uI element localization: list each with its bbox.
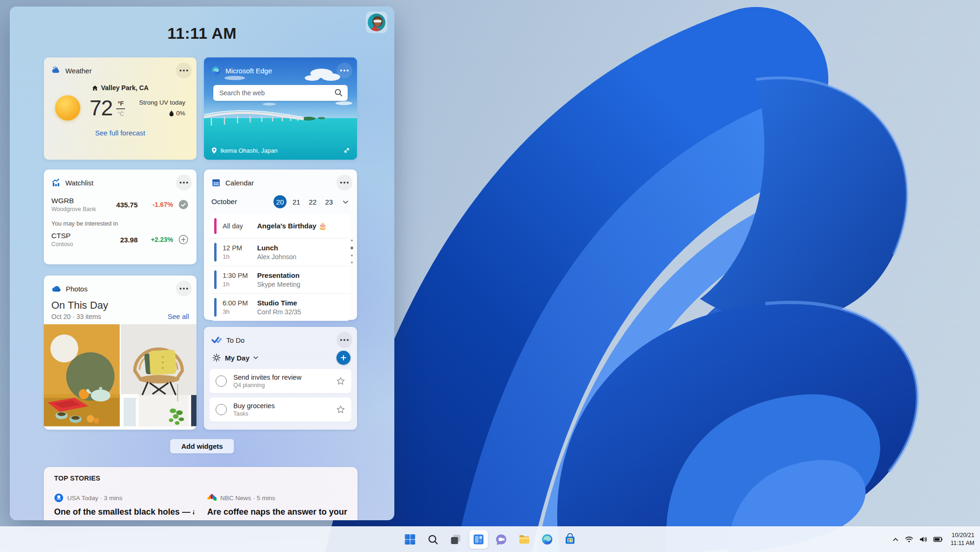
- search-input[interactable]: [213, 85, 348, 101]
- todo-widget: To Do My Day: [204, 327, 357, 430]
- event-color-bar: [214, 270, 217, 289]
- task-row[interactable]: Buy groceries Tasks: [210, 397, 351, 422]
- event-color-bar: [214, 218, 217, 234]
- chevron-down-icon[interactable]: [253, 356, 259, 360]
- task-checkbox[interactable]: [216, 404, 227, 415]
- more-options-button[interactable]: [336, 63, 352, 78]
- watchlist-chart-icon: [51, 178, 61, 187]
- calendar-event-allday[interactable]: All day Angela's Birthday 🎂: [210, 214, 350, 238]
- weather-cloud-icon: [51, 66, 61, 75]
- add-task-button[interactable]: [336, 351, 350, 365]
- stock-symbol: CTSP: [51, 232, 73, 240]
- date-pill-23[interactable]: 23: [322, 195, 336, 208]
- task-row[interactable]: Send invites for review Q4 planning: [210, 369, 351, 393]
- weather-precipitation: 0%: [176, 110, 185, 117]
- edge-browser-button[interactable]: [538, 530, 557, 549]
- scroll-indicator[interactable]: [350, 240, 353, 263]
- event-time: 12 PM: [223, 244, 257, 252]
- stock-price: 23.98: [120, 236, 138, 244]
- photo-thumbnail-still-life[interactable]: [44, 324, 120, 426]
- tray-date-time[interactable]: 10/20/21 11:11 AM: [949, 531, 974, 547]
- search-button[interactable]: [424, 530, 442, 549]
- calendar-event-lunch[interactable]: 12 PM 1h Lunch Alex Johnson: [210, 238, 350, 266]
- expand-icon[interactable]: [343, 147, 350, 154]
- stock-change: +2.23%: [138, 236, 173, 243]
- avatar: [368, 14, 385, 31]
- widgets-panel: 11:11 AM: [10, 7, 394, 520]
- unit-fahrenheit[interactable]: °F: [116, 100, 125, 109]
- tray-chevron-up-icon[interactable]: [892, 538, 899, 542]
- star-icon[interactable]: [336, 405, 345, 414]
- more-options-button[interactable]: [336, 175, 352, 191]
- account-avatar-button[interactable]: [366, 12, 387, 33]
- star-icon[interactable]: [336, 376, 345, 386]
- unit-toggle[interactable]: °F °C: [116, 100, 125, 117]
- add-widgets-button[interactable]: Add widgets: [170, 439, 234, 453]
- my-day-sun-icon: [212, 354, 221, 362]
- task-view-icon: [450, 533, 462, 545]
- home-icon: [92, 85, 98, 91]
- widgets-icon: [473, 533, 485, 545]
- onedrive-cloud-icon: [51, 285, 61, 292]
- added-check-button[interactable]: [178, 199, 189, 210]
- event-subtitle: Alex Johnson: [257, 253, 296, 261]
- unit-celsius[interactable]: °C: [118, 111, 124, 117]
- calendar-event-studio[interactable]: 6:00 PM 3h Studio Time Conf Rm 32/35: [210, 293, 350, 321]
- battery-icon[interactable]: [933, 537, 943, 542]
- photo-thumbnail-chair[interactable]: [121, 324, 197, 426]
- calendar-event-presentation[interactable]: 1:30 PM 1h Presentation Skype Meeting: [210, 266, 350, 293]
- widget-title: Weather: [65, 67, 91, 75]
- more-options-button[interactable]: [176, 175, 192, 191]
- date-strip: 20 21 22 23: [273, 195, 350, 208]
- date-pill-21[interactable]: 21: [290, 195, 303, 208]
- widgets-button[interactable]: [469, 530, 488, 549]
- widget-title: Photos: [66, 285, 88, 293]
- usa-today-logo: [54, 493, 63, 502]
- start-button[interactable]: [401, 530, 420, 549]
- stock-row-wgrb[interactable]: WGRB Woodgrove Bank 435.75 -1.67%: [51, 197, 189, 212]
- chat-button[interactable]: [492, 530, 511, 549]
- add-to-watchlist-button[interactable]: [178, 234, 189, 245]
- droplet-icon: [169, 110, 174, 116]
- more-options-button[interactable]: [336, 332, 352, 348]
- task-subtitle: Q4 planning: [233, 382, 301, 389]
- widget-title: Watchlist: [65, 179, 93, 187]
- event-color-bar: [214, 243, 217, 262]
- panel-clock: 11:11 AM: [10, 24, 394, 42]
- date-pill-22[interactable]: 22: [306, 195, 319, 208]
- more-options-button[interactable]: [176, 63, 192, 78]
- desktop: 11:11 AM: [0, 0, 980, 552]
- file-explorer-button[interactable]: [515, 530, 534, 549]
- see-full-forecast-link[interactable]: See full forecast: [44, 129, 196, 137]
- wifi-icon[interactable]: [905, 536, 913, 543]
- volume-icon[interactable]: [919, 536, 927, 543]
- watchlist-widget: Watchlist WGRB Woodgrove Bank 435.75 -1.…: [44, 170, 196, 264]
- date-pill-20[interactable]: 20: [273, 195, 287, 208]
- stock-row-ctsp[interactable]: CTSP Contoso 23.98 +2.23%: [51, 232, 189, 248]
- event-title: Studio Time: [257, 299, 301, 307]
- todo-check-icon: [211, 336, 222, 344]
- see-all-link[interactable]: See all: [168, 312, 189, 320]
- stock-price: 435.75: [116, 201, 138, 209]
- event-title: Angela's Birthday 🎂: [257, 222, 327, 230]
- weather-location-row[interactable]: Valley Park, CA: [44, 84, 196, 92]
- more-options-button[interactable]: [176, 281, 192, 297]
- event-duration: 1h: [223, 253, 257, 260]
- widget-title: To Do: [226, 336, 245, 344]
- task-view-button[interactable]: [447, 530, 465, 549]
- news-story[interactable]: USA Today · 3 mins One of the smallest b…: [54, 493, 194, 517]
- task-checkbox[interactable]: [216, 375, 227, 387]
- weather-location: Valley Park, CA: [101, 84, 149, 92]
- search-icon[interactable]: [334, 88, 343, 99]
- event-duration: 1h: [223, 281, 257, 288]
- chevron-down-icon[interactable]: [341, 198, 350, 206]
- start-icon: [404, 533, 416, 545]
- event-title: Presentation: [257, 271, 301, 279]
- file-explorer-icon: [518, 533, 531, 545]
- top-stories-card: TOP STORIES USA Today · 3 mins One of th…: [44, 467, 357, 520]
- news-story[interactable]: NBC News · 5 mins Are coffee naps the an…: [207, 493, 347, 517]
- nbc-news-logo: [207, 493, 217, 502]
- microsoft-store-button[interactable]: [561, 530, 580, 549]
- photos-widget: Photos On This Day Oct 20 · 33 items See…: [44, 276, 196, 430]
- todo-list-selector[interactable]: My Day: [225, 354, 250, 362]
